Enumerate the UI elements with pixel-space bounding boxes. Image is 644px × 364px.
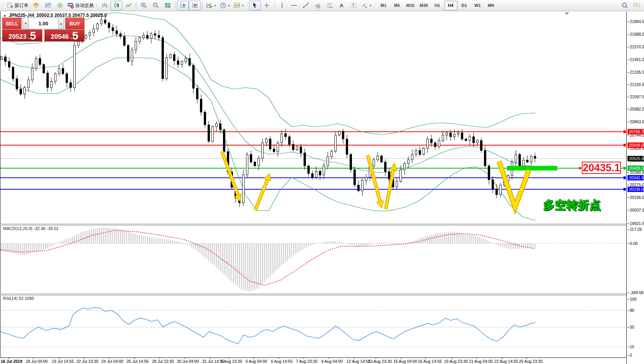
price-tick: 20863.0 (627, 119, 644, 124)
price-tick: 20156.0 (627, 195, 644, 200)
volume-decrease-button[interactable]: ▼ (23, 18, 29, 29)
panel-separator-main-macd[interactable] (0, 224, 626, 225)
time-label: 1 Aug 23:30 (221, 359, 242, 364)
price-tick: 0.00 (627, 241, 637, 246)
price-tag-20435.1: 20435.1 (627, 165, 644, 171)
time-label: 22 Jul 23:30 (76, 359, 98, 364)
price-tick: 15 (627, 344, 634, 349)
time-label: 25 Aug 23:30 (519, 359, 543, 364)
volume-stepper: ▼ ▲ (23, 18, 64, 29)
price-tag-20342.4: 20342.4 (627, 175, 644, 180)
price-tick: 21570.0 (627, 45, 644, 49)
price-tick: 0 (627, 353, 632, 357)
price-tick: 80 (627, 308, 634, 313)
price-tick: 21097.5 (627, 94, 644, 99)
turning-point-annotation[interactable]: 多空转折点 (543, 198, 601, 213)
symbol-title: JPN225-,H4 (9, 13, 34, 18)
collapse-panel-icon[interactable]: ▲ (3, 13, 7, 17)
panel-separator-macd-rsi[interactable] (0, 294, 626, 295)
time-label: 30 Jul 04:00 (177, 359, 199, 364)
price-tick: 21451.0 (627, 57, 644, 62)
buy-price-display[interactable]: 20546.5 (45, 30, 84, 41)
mt4-window: 新订单自动交易▼▼▼EFAT▼M1M5M15M30H1H4D1W1MN ▲ JP… (0, 0, 644, 364)
time-label: 15 Aug 04:00 (393, 359, 417, 364)
price-tick: 20037.0 (627, 208, 644, 212)
volume-increase-button[interactable]: ▲ (58, 18, 64, 29)
price-tick: 21689.0 (627, 32, 644, 36)
macd-label: MACD(12,26,9) -32.40 -39.01 (3, 226, 59, 231)
time-label: 16 Jul 2019 (1, 359, 22, 364)
price-tick: 21216.5 (627, 82, 644, 87)
price-axis[interactable]: 21804.521689.021570.021451.021335.521216… (626, 12, 644, 364)
price-tag-20525.0: 20525.0 (627, 156, 644, 161)
chat-button[interactable] (631, 1, 642, 10)
price-tag-20766.7: 20766.7 (627, 129, 644, 134)
time-label: 24 Jul 04:00 (101, 359, 123, 364)
symbol-header: ▲ JPN225-,H4 20502.5 20537.5 20477.5 205… (3, 13, 107, 18)
sell-button[interactable]: SELL (2, 18, 21, 29)
macd-panel[interactable] (0, 225, 626, 294)
price-tick: 50 (627, 325, 634, 329)
time-label: 5 Aug 04:00 (246, 359, 267, 364)
one-click-trade-panel: SELL ▼ ▲ BUY 20523.5 20546.5 (2, 18, 84, 41)
price-tick: 100 (627, 297, 637, 301)
time-label: 19 Aug 23:30 (444, 359, 468, 364)
chat-icon (633, 2, 640, 9)
sell-price-display[interactable]: 20523.5 (2, 30, 42, 41)
price-tick: 19921.5 (627, 221, 644, 226)
price-tick: -349.58 (627, 290, 644, 295)
time-label: 21 Aug 04:00 (469, 359, 493, 364)
time-label: 6 Aug 14:55 (271, 359, 292, 364)
price-tick: 20982.0 (627, 107, 644, 111)
price-tick: 117.29 (627, 227, 642, 232)
time-label: 16 Aug 14:55 (418, 359, 442, 364)
time-label: 28 Jul 23:30 (152, 359, 174, 364)
price-tick: 21804.5 (627, 19, 644, 24)
price-flag-anchor (578, 167, 581, 170)
time-label: 9 Aug 04:00 (321, 359, 343, 364)
price-tick: 21335.5 (627, 70, 644, 74)
time-label: 7 Aug 23:30 (296, 359, 317, 364)
price-tag-20239.0: 20239.0 (627, 187, 644, 192)
time-label: 12 Aug 14:55 (347, 359, 370, 364)
buy-button[interactable]: BUY (65, 18, 84, 29)
main-chart-area[interactable] (0, 12, 626, 224)
symbol-ohlc: 20502.5 20537.5 20477.5 20525.0 (36, 13, 107, 18)
rsi-panel[interactable] (0, 295, 626, 357)
price-tag-20649.0: 20649.0 (627, 142, 644, 148)
time-label: 19 Jul 14:55 (52, 359, 74, 364)
time-label: 13 Aug 23:30 (368, 359, 392, 364)
volume-input[interactable] (29, 18, 58, 29)
rsi-label: RSI(14) 52.1095 (3, 296, 34, 301)
price-flag-annotation[interactable]: 20435.1 (582, 162, 621, 174)
time-label: 22 Aug 14:55 (494, 359, 518, 364)
time-label: 25 Jul 14:55 (127, 359, 149, 364)
time-axis[interactable]: 16 Jul 201918 Jul 04:0019 Jul 14:5522 Ju… (0, 357, 626, 364)
time-label: 18 Jul 04:00 (26, 359, 48, 364)
